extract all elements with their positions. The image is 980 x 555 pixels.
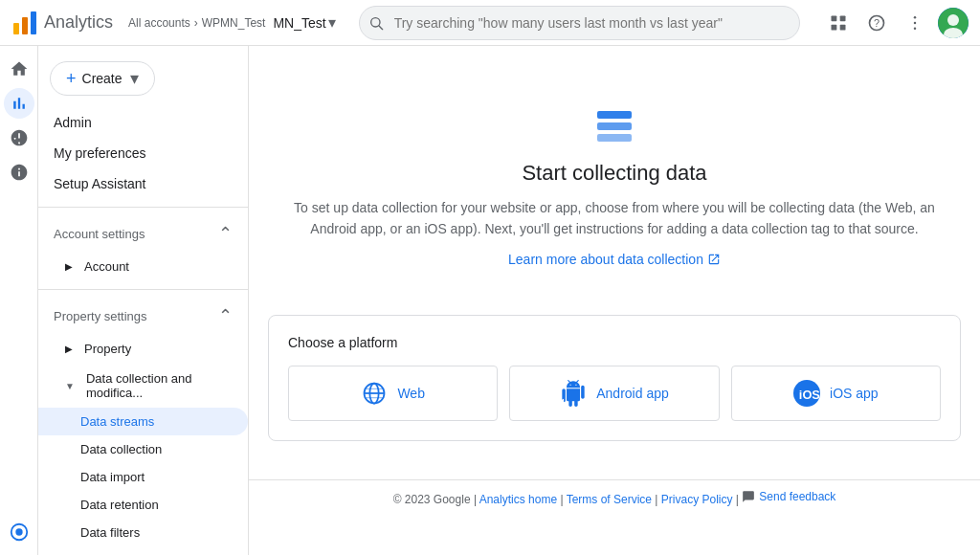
- feedback-icon: [742, 490, 755, 503]
- nav-data-filters[interactable]: Data filters: [38, 519, 248, 546]
- platform-section: Choose a platform Web: [268, 315, 961, 441]
- nav-data-import[interactable]: Data import: [38, 463, 248, 491]
- nav-data-streams[interactable]: Data streams: [38, 408, 248, 435]
- footer: © 2023 Google | Analytics home | Terms o…: [249, 479, 980, 516]
- property-settings-chevron-icon: ⌃: [218, 305, 233, 326]
- create-chevron-icon: ▾: [130, 68, 139, 89]
- app-name: Analytics: [44, 12, 113, 33]
- more-options-button[interactable]: [900, 8, 930, 38]
- nav-panel: + Create ▾ Admin My preferences Setup As…: [38, 46, 249, 555]
- more-icon: [905, 13, 924, 33]
- topbar-actions: ?: [823, 8, 969, 38]
- svg-rect-6: [840, 15, 846, 21]
- web-icon: [361, 380, 388, 407]
- svg-point-12: [914, 21, 917, 24]
- svg-rect-19: [597, 111, 632, 119]
- nav-divider-2: [38, 289, 248, 290]
- nav-data-collection[interactable]: ▼ Data collection and modifica...: [38, 364, 248, 408]
- breadcrumb-all-accounts: All accounts: [128, 16, 190, 30]
- footer-copyright: © 2023 Google: [393, 493, 471, 506]
- android-icon: [560, 380, 587, 407]
- grid-icon: [829, 13, 848, 33]
- start-collecting-section: Start collecting data To set up data col…: [268, 84, 961, 296]
- help-icon-button[interactable]: ?: [861, 8, 892, 38]
- help-icon: ?: [867, 13, 886, 33]
- data-collection-icon: [268, 103, 961, 149]
- avatar[interactable]: [938, 8, 969, 38]
- sidebar-icon-home[interactable]: [4, 54, 34, 84]
- footer-feedback[interactable]: Send feedback: [759, 490, 835, 503]
- nav-divider-1: [38, 207, 248, 208]
- nav-account[interactable]: ▶ Account: [38, 252, 248, 281]
- search-bar[interactable]: [359, 6, 800, 40]
- page-title: Start collecting data: [268, 161, 961, 186]
- svg-text:?: ?: [874, 17, 880, 29]
- page-description: To set up data collection for your websi…: [289, 197, 940, 240]
- nav-my-preferences[interactable]: My preferences: [38, 138, 248, 168]
- svg-rect-7: [832, 24, 837, 30]
- platform-ios[interactable]: iOS iOS app: [731, 366, 941, 421]
- svg-line-4: [379, 26, 383, 30]
- nav-setup-assistant[interactable]: Setup Assistant: [38, 168, 248, 199]
- android-label: Android app: [596, 386, 669, 401]
- app-logo: Analytics: [11, 10, 113, 36]
- nav-data-retention[interactable]: Data retention: [38, 491, 248, 519]
- breadcrumb-account: WPMN_Test: [202, 16, 266, 30]
- breadcrumb: All accounts › WPMN_Test: [128, 16, 265, 30]
- account-chevron-icon: ▾: [328, 13, 336, 32]
- sidebar-icon-explore[interactable]: [4, 122, 34, 153]
- topbar: Analytics All accounts › WPMN_Test MN_Te…: [0, 0, 980, 46]
- learn-more-link[interactable]: Learn more about data collection: [508, 252, 721, 267]
- footer-terms[interactable]: Terms of Service: [567, 493, 652, 506]
- svg-rect-20: [597, 122, 632, 130]
- sidebar-icons: [0, 46, 38, 555]
- svg-point-11: [914, 15, 917, 18]
- breadcrumb-separator: ›: [194, 16, 198, 30]
- nav-data-deletion[interactable]: Data deletion requests: [38, 546, 248, 555]
- platform-options: Web Android app iOS iOS app: [288, 366, 941, 421]
- platform-web[interactable]: Web: [288, 366, 498, 421]
- account-settings-section[interactable]: Account settings ⌃: [38, 215, 248, 252]
- platform-android[interactable]: Android app: [509, 366, 719, 421]
- footer-privacy[interactable]: Privacy Policy: [661, 493, 733, 506]
- account-expand-icon: ▶: [65, 261, 73, 272]
- plus-icon: +: [66, 69, 77, 89]
- sidebar-icon-reports[interactable]: [4, 88, 34, 119]
- sidebar-icon-advertising[interactable]: [4, 157, 34, 188]
- svg-point-18: [15, 528, 22, 535]
- external-link-icon: [707, 253, 721, 266]
- svg-text:iOS: iOS: [799, 388, 820, 402]
- svg-point-13: [914, 27, 917, 30]
- nav-data-collection-sub[interactable]: Data collection: [38, 435, 248, 463]
- ios-icon: iOS: [793, 380, 820, 407]
- svg-rect-1: [22, 17, 28, 34]
- analytics-logo-icon: [11, 10, 38, 36]
- svg-rect-5: [832, 15, 837, 21]
- svg-rect-0: [13, 23, 19, 34]
- avatar-icon: [938, 8, 969, 38]
- web-label: Web: [397, 386, 425, 401]
- data-collection-expand-icon: ▼: [65, 381, 75, 391]
- platform-section-title: Choose a platform: [288, 335, 941, 350]
- search-input[interactable]: [359, 6, 800, 40]
- create-label: Create: [82, 71, 122, 86]
- grid-icon-button[interactable]: [823, 8, 854, 38]
- nav-admin[interactable]: Admin: [38, 107, 248, 138]
- footer-analytics-home[interactable]: Analytics home: [479, 493, 557, 506]
- svg-rect-8: [840, 24, 846, 30]
- content-inner: Start collecting data To set up data col…: [249, 46, 980, 479]
- sidebar-icon-settings[interactable]: [4, 517, 34, 547]
- account-settings-chevron-icon: ⌃: [218, 223, 233, 244]
- create-button[interactable]: + Create ▾: [50, 61, 155, 96]
- ios-label: iOS app: [830, 386, 879, 401]
- main-layout: + Create ▾ Admin My preferences Setup As…: [0, 46, 980, 555]
- svg-rect-2: [31, 11, 36, 34]
- nav-property[interactable]: ▶ Property: [38, 334, 248, 364]
- svg-rect-21: [597, 134, 632, 142]
- main-content: Start collecting data To set up data col…: [249, 46, 980, 555]
- property-expand-icon: ▶: [65, 344, 73, 354]
- property-settings-section[interactable]: Property settings ⌃: [38, 298, 248, 334]
- search-icon: [368, 15, 384, 31]
- svg-point-15: [947, 14, 959, 26]
- account-selector[interactable]: MN_Test ▾: [273, 13, 335, 32]
